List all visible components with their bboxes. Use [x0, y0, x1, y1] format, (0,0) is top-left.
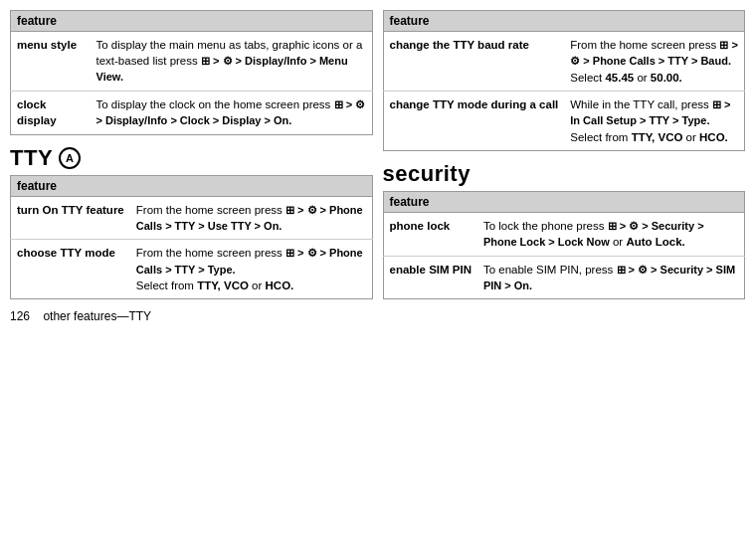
feature-label: turn On TTY feature	[11, 196, 130, 240]
security-section-header: security	[383, 161, 746, 187]
table-row: turn On TTY feature From the home screen…	[11, 196, 373, 240]
table-row: clockdisplay To display the clock on the…	[11, 91, 373, 134]
feature-label: phone lock	[383, 212, 477, 256]
tty-icon: A	[59, 147, 81, 169]
left-column: feature menu style To display the main m…	[10, 10, 373, 323]
table-row: change TTY mode during a call While in t…	[383, 91, 745, 150]
footer: 126 other features—TTY	[10, 309, 373, 323]
feature-desc: From the home screen press ⊞ > ⚙ > Phone…	[564, 32, 744, 92]
page-number: 126	[10, 309, 30, 323]
feature-desc: While in the TTY call, press ⊞ > In Call…	[564, 91, 744, 150]
feature-desc: To display the clock on the home screen …	[91, 91, 373, 134]
footer-text: other features—TTY	[43, 309, 151, 323]
table-row: change the TTY baud rate From the home s…	[383, 32, 745, 92]
feature-label: clockdisplay	[11, 91, 91, 134]
table-row: enable SIM PIN To enable SIM PIN, press …	[383, 256, 745, 299]
security-title: security	[383, 161, 471, 187]
tty-title: TTY	[10, 145, 53, 171]
table-row: choose TTY mode From the home screen pre…	[11, 240, 373, 299]
right-table-1-header: feature	[383, 11, 745, 32]
left-table-2: feature turn On TTY feature From the hom…	[10, 175, 373, 300]
feature-desc: From the home screen press ⊞ > ⚙ > Phone…	[130, 240, 372, 299]
feature-desc: To display the main menu as tabs, graphi…	[91, 32, 373, 92]
feature-label: change the TTY baud rate	[383, 32, 564, 92]
right-table-1: feature change the TTY baud rate From th…	[383, 10, 746, 151]
feature-desc: From the home screen press ⊞ > ⚙ > Phone…	[130, 196, 372, 240]
right-table-2-header: feature	[383, 191, 745, 212]
main-layout: feature menu style To display the main m…	[10, 10, 745, 323]
feature-label: enable SIM PIN	[383, 256, 477, 299]
table-row: phone lock To lock the phone press ⊞ > ⚙…	[383, 212, 745, 256]
feature-label: change TTY mode during a call	[383, 91, 564, 150]
right-column: feature change the TTY baud rate From th…	[383, 10, 746, 323]
feature-label: choose TTY mode	[11, 240, 130, 299]
feature-desc: To lock the phone press ⊞ > ⚙ > Security…	[477, 212, 745, 256]
tty-section-header: TTY A	[10, 145, 373, 171]
left-table-1-header: feature	[11, 11, 373, 32]
left-table-2-header: feature	[11, 175, 373, 196]
table-row: menu style To display the main menu as t…	[11, 32, 373, 92]
left-table-1: feature menu style To display the main m…	[10, 10, 373, 135]
right-table-2: feature phone lock To lock the phone pre…	[383, 191, 746, 300]
feature-desc: To enable SIM PIN, press ⊞ > ⚙ > Securit…	[477, 256, 745, 299]
feature-label: menu style	[11, 32, 91, 92]
